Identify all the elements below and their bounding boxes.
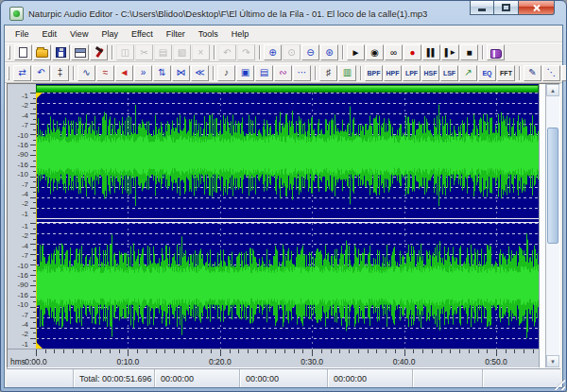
hpf-button[interactable]: HPF [384,65,402,81]
db-label-16: -16 [8,292,28,299]
time-ruler[interactable]: hms 0:00.00:10.00:20.00:30.00:40.00:50.0 [8,349,539,367]
toolbar-separator [360,66,362,80]
toolbar-grip[interactable] [8,66,9,80]
insert-marker-button[interactable]: ♯ [319,65,337,81]
db-label-2: -2 [8,102,28,110]
loop-button[interactable]: ∞ [385,44,403,60]
zoom-full-button[interactable]: ⊛ [320,44,338,60]
zoom-out-button[interactable]: ⊖ [301,44,319,60]
file-properties-button[interactable] [71,44,89,60]
toolbar-button-icon: ↗ [464,68,472,77]
reverse-button[interactable]: ∾ [274,65,292,81]
mix-paste-button[interactable]: ▤ [255,65,273,81]
status-panel-6 [483,369,560,387]
db-label-1: -1 [8,341,28,349]
bpf-button[interactable]: BPF [365,65,383,81]
close-button[interactable] [519,1,555,15]
stop-button[interactable]: ■ [460,44,478,60]
new-button[interactable] [14,44,32,60]
status-panel-00-00-00: 00:00:00 [328,369,413,387]
menu-item-help[interactable]: Help [225,27,256,41]
sound-effects-button[interactable]: ♪ [217,65,235,81]
undo-button: ↶ [218,44,236,60]
toolbar-button-icon: ↶ [223,48,231,58]
delete-button: × [192,44,210,60]
title-bar[interactable]: Naturpic Audio Editor - C:\Users\Blidoo\… [4,1,563,25]
open-button[interactable] [33,44,51,60]
edit-sample-button[interactable]: ✎ [524,65,541,81]
toolbar-button-icon: ∿ [82,68,90,77]
menu-item-effect[interactable]: Effect [125,27,160,41]
zoom-in-button[interactable]: ⊕ [264,44,282,60]
play-pause-button[interactable]: ▌► [441,44,459,60]
fft-button[interactable]: FFT [497,65,515,81]
scroll-down-arrow-icon[interactable]: ▼ [546,355,559,367]
menu-item-filter[interactable]: Filter [160,27,192,41]
silence-button[interactable]: ⋯ [293,65,311,81]
waveform-right-channel[interactable] [36,223,539,349]
db-label-2: -2 [8,200,28,208]
vertical-scrollbar[interactable]: ▲ ▼ [545,84,559,367]
lpf-button[interactable]: LPF [403,65,421,81]
db-label-90: -90 [8,281,28,289]
echo-button[interactable]: ≪ [191,65,209,81]
play-all-button[interactable]: ◉ [366,44,384,60]
menu-item-edit[interactable]: Edit [36,27,64,41]
save-button[interactable] [52,44,70,60]
db-label-4: -4 [8,191,28,198]
crossfade-button[interactable]: ⋈ [172,65,190,81]
fade-in-button[interactable]: ◄ [115,65,133,81]
amplify-button[interactable]: ∿ [77,65,95,81]
toolbar-button-icon: LSF [443,70,455,77]
scroll-up-arrow-icon[interactable]: ▲ [546,84,559,96]
toolbar-button-icon: ‡ [58,68,63,77]
toolbar-button-icon: ∞ [390,48,397,58]
scrollbar-thumb[interactable] [547,128,558,244]
fade-out-button[interactable]: » [134,65,152,81]
menu-item-tools[interactable]: Tools [192,27,225,41]
cursor-marker-button[interactable]: ‡ [51,65,69,81]
waveform-left-channel[interactable] [36,93,539,218]
level-meter-button[interactable]: ▥ [338,65,356,81]
toolbar-button-icon: ▤ [260,68,268,77]
help-button[interactable] [487,44,505,60]
toolbar-button-icon: ◉ [370,48,379,58]
noise-reduction-button[interactable]: ⋱ [542,65,560,81]
stretch-button[interactable]: ⇅ [153,65,171,81]
db-label-1: -1 [8,93,28,100]
overview-position-bar[interactable] [36,85,539,93]
batch-tool-button[interactable] [90,44,108,60]
menu-item-view[interactable]: View [63,27,94,41]
mix-window-button[interactable]: ▣ [236,65,254,81]
right-gutter [539,84,545,367]
toolbar-grip[interactable] [8,45,10,60]
toolbar-button-icon [19,47,27,58]
draw-wave-button[interactable]: ✎ [561,65,567,81]
restore-view-button[interactable]: ↶ [32,65,50,81]
eq-button[interactable]: EQ [478,65,496,81]
pause-button[interactable]: ▌▌ [422,44,440,60]
maximize-button[interactable] [494,1,519,15]
scrollbar-track[interactable] [546,96,559,355]
window-controls [470,1,555,15]
menu-item-file[interactable]: File [9,27,36,41]
selection-arrows-button[interactable]: ⇄ [13,65,31,81]
playhead-handle-top[interactable] [36,93,43,99]
playhead-handle-bottom[interactable] [36,342,43,349]
toolbar-button-icon: ⊕ [268,48,276,58]
lsf-button[interactable]: LSF [440,65,458,81]
hsf-button[interactable]: HSF [421,65,439,81]
toolbar-button-icon: ✂ [140,48,147,58]
time-label-0-00-0: 0:00.0 [25,357,47,366]
db-label-10: -10 [8,132,28,140]
toolbar-button-icon: ≪ [195,68,204,77]
normalize-button[interactable]: ≈ [96,65,114,81]
record-button[interactable]: ● [404,44,421,60]
toolbar-separator [213,66,215,80]
graph-filter-button[interactable]: ↗ [459,65,477,81]
menu-item-play[interactable]: Play [94,27,125,41]
minimize-button[interactable] [470,1,494,15]
toolbar-main-buttons: ◫✂▤▧×↶↷⊕⊙⊖⊛►◉∞●▌▌▌►■ [14,44,506,60]
toolbar-button-icon: ▌▌ [427,49,436,57]
play-button[interactable]: ► [347,44,365,60]
